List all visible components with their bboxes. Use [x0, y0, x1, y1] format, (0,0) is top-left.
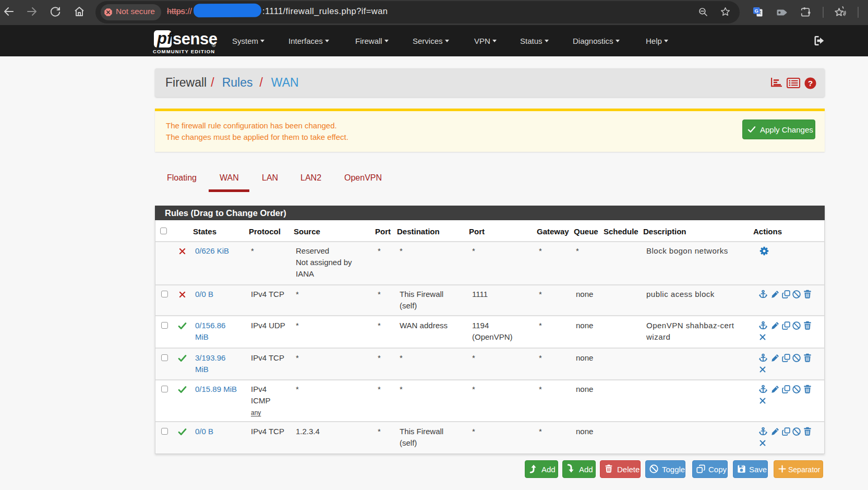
svg-text:?: ?: [808, 79, 813, 88]
svg-text:G: G: [755, 8, 758, 14]
